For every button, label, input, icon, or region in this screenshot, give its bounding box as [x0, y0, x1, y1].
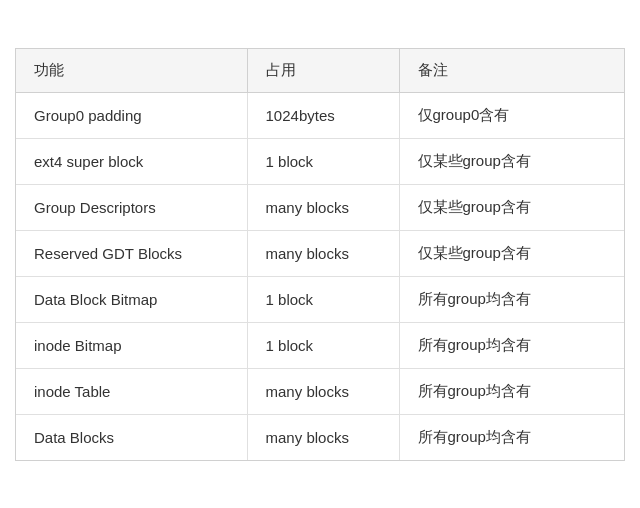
cell-feature: Group Descriptors	[16, 184, 247, 230]
cell-note: 所有group均含有	[399, 414, 624, 460]
table-row: inode Tablemany blocks所有group均含有	[16, 368, 624, 414]
header-note: 备注	[399, 49, 624, 93]
header-feature: 功能	[16, 49, 247, 93]
header-usage: 占用	[247, 49, 399, 93]
cell-usage: 1 block	[247, 322, 399, 368]
cell-note: 所有group均含有	[399, 322, 624, 368]
table-header-row: 功能 占用 备注	[16, 49, 624, 93]
cell-feature: Data Block Bitmap	[16, 276, 247, 322]
cell-feature: Reserved GDT Blocks	[16, 230, 247, 276]
cell-usage: many blocks	[247, 230, 399, 276]
main-table-container: 功能 占用 备注 Group0 padding1024bytes仅group0含…	[15, 48, 625, 461]
cell-note: 所有group均含有	[399, 368, 624, 414]
table-body: Group0 padding1024bytes仅group0含有ext4 sup…	[16, 92, 624, 460]
cell-usage: many blocks	[247, 414, 399, 460]
feature-table: 功能 占用 备注 Group0 padding1024bytes仅group0含…	[16, 49, 624, 460]
cell-note: 仅某些group含有	[399, 230, 624, 276]
cell-note: 所有group均含有	[399, 276, 624, 322]
cell-note: 仅group0含有	[399, 92, 624, 138]
cell-feature: ext4 super block	[16, 138, 247, 184]
cell-feature: Group0 padding	[16, 92, 247, 138]
table-row: Data Blocksmany blocks所有group均含有	[16, 414, 624, 460]
cell-usage: 1 block	[247, 138, 399, 184]
table-row: inode Bitmap1 block所有group均含有	[16, 322, 624, 368]
table-row: Group0 padding1024bytes仅group0含有	[16, 92, 624, 138]
cell-note: 仅某些group含有	[399, 138, 624, 184]
cell-feature: inode Bitmap	[16, 322, 247, 368]
cell-usage: 1 block	[247, 276, 399, 322]
table-row: Data Block Bitmap1 block所有group均含有	[16, 276, 624, 322]
cell-feature: Data Blocks	[16, 414, 247, 460]
cell-usage: many blocks	[247, 184, 399, 230]
cell-usage: many blocks	[247, 368, 399, 414]
cell-note: 仅某些group含有	[399, 184, 624, 230]
cell-usage: 1024bytes	[247, 92, 399, 138]
table-row: Group Descriptorsmany blocks仅某些group含有	[16, 184, 624, 230]
table-row: Reserved GDT Blocksmany blocks仅某些group含有	[16, 230, 624, 276]
cell-feature: inode Table	[16, 368, 247, 414]
table-row: ext4 super block1 block仅某些group含有	[16, 138, 624, 184]
